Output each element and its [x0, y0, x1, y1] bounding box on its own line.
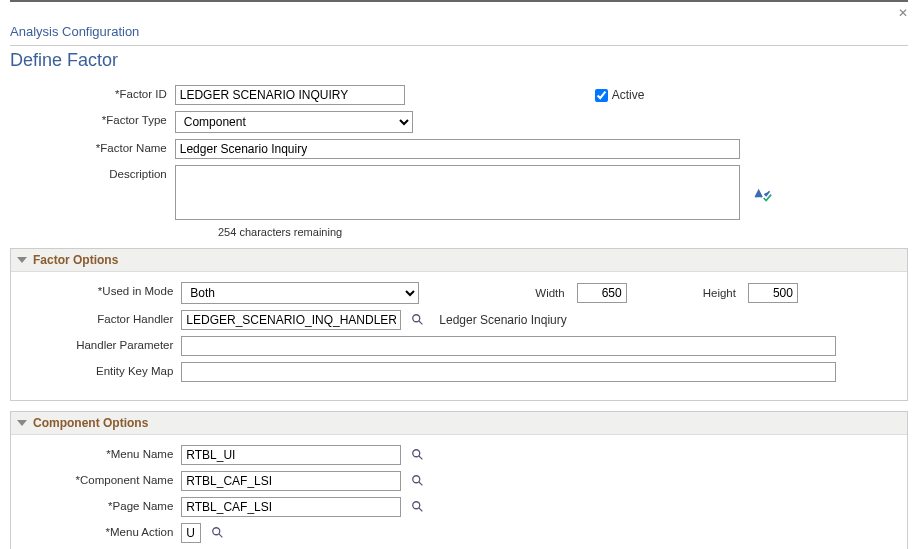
collapse-icon [17, 257, 27, 263]
component-options-title: Component Options [33, 416, 148, 430]
factor-options-header[interactable]: Factor Options [11, 249, 907, 272]
label-factor-id: Factor ID [10, 85, 175, 100]
handler-parameter-input[interactable] [181, 336, 836, 356]
char-remaining: 254 characters remaining [218, 226, 908, 238]
lookup-icon[interactable] [411, 448, 425, 462]
entity-key-map-input[interactable] [181, 362, 836, 382]
label-width: Width [535, 287, 564, 299]
factor-name-input[interactable] [175, 139, 740, 159]
label-factor-type: Factor Type [10, 111, 175, 126]
svg-line-9 [219, 534, 223, 538]
factor-options-section: Factor Options Used in Mode Both Width H… [10, 248, 908, 401]
window-topbar: ✕ [10, 0, 908, 18]
svg-point-4 [413, 476, 420, 483]
component-name-input[interactable] [181, 471, 401, 491]
lookup-icon[interactable] [411, 313, 425, 327]
label-component-name: Component Name [17, 471, 181, 486]
svg-point-2 [413, 450, 420, 457]
label-page-name: Page Name [17, 497, 181, 512]
description-textarea[interactable] [175, 165, 740, 220]
active-checkbox[interactable] [595, 89, 608, 102]
page-title: Define Factor [10, 50, 908, 71]
label-entity-key-map: Entity Key Map [17, 362, 181, 377]
spellcheck-icon[interactable] [752, 183, 772, 203]
label-menu-action: Menu Action [17, 523, 181, 538]
factor-options-title: Factor Options [33, 253, 118, 267]
component-options-section: Component Options Menu Name Component Na… [10, 411, 908, 549]
factor-handler-desc: Ledger Scenario Inqiury [439, 313, 566, 327]
svg-line-7 [419, 508, 423, 512]
component-options-header[interactable]: Component Options [11, 412, 907, 435]
menu-action-input[interactable] [181, 523, 201, 543]
label-menu-name: Menu Name [17, 445, 181, 460]
label-height: Height [703, 287, 736, 299]
label-factor-name: Factor Name [10, 139, 175, 154]
svg-point-8 [213, 528, 220, 535]
svg-line-3 [419, 456, 423, 460]
height-input[interactable] [748, 283, 798, 303]
lookup-icon[interactable] [411, 474, 425, 488]
svg-point-6 [413, 502, 420, 509]
svg-line-1 [419, 321, 423, 325]
svg-line-5 [419, 482, 423, 486]
label-factor-handler: Factor Handler [17, 310, 181, 325]
menu-name-input[interactable] [181, 445, 401, 465]
factor-type-select[interactable]: Component [175, 111, 413, 133]
lookup-icon[interactable] [211, 526, 225, 540]
page-name-input[interactable] [181, 497, 401, 517]
width-input[interactable] [577, 283, 627, 303]
lookup-icon[interactable] [411, 500, 425, 514]
breadcrumb[interactable]: Analysis Configuration [10, 24, 908, 46]
label-description: Description [10, 165, 175, 180]
label-active: Active [612, 88, 645, 102]
used-in-mode-select[interactable]: Both [181, 282, 419, 304]
factor-handler-input[interactable] [181, 310, 401, 330]
svg-point-0 [413, 315, 420, 322]
collapse-icon [17, 420, 27, 426]
factor-id-input[interactable] [175, 85, 405, 105]
close-icon[interactable]: ✕ [898, 6, 908, 20]
label-handler-parameter: Handler Parameter [17, 336, 181, 351]
label-used-in-mode: Used in Mode [17, 282, 181, 297]
